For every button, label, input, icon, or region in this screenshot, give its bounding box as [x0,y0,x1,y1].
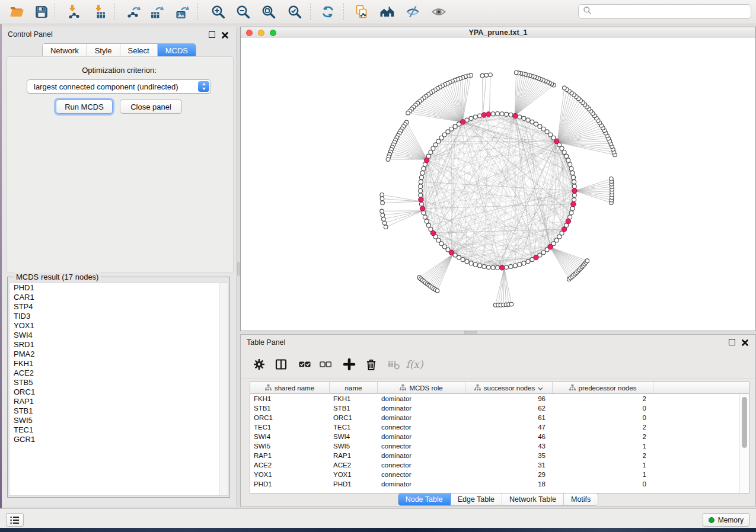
table-cell[interactable]: 2 [553,451,653,460]
table-cell[interactable]: dominator [378,413,465,422]
search-field[interactable] [578,4,751,19]
table-cell[interactable]: PHD1 [250,479,330,489]
column-header-predecessor-nodes[interactable]: predecessor nodes [553,382,653,394]
delete-column-icon[interactable] [363,357,379,372]
mcds-result-item[interactable]: TID3 [9,312,228,321]
table-scrollbar[interactable] [739,394,749,493]
table-cell[interactable]: FKH1 [250,394,330,403]
table-row[interactable]: ACE2ACE2connector311 [250,460,740,470]
network-canvas[interactable] [241,38,755,331]
mcds-result-item[interactable]: STB1 [9,406,228,416]
table-cell[interactable]: 2 [553,422,653,432]
table-row[interactable]: TEC1TEC1connector472 [250,422,740,432]
memory-button[interactable]: Memory [703,513,749,527]
mcds-result-item[interactable]: ORC1 [9,387,228,397]
import-network-icon[interactable] [65,2,84,21]
tab-motifs[interactable]: Motifs [564,493,598,505]
mcds-result-item[interactable]: CAR1 [9,293,228,302]
select-stepper-icon[interactable] [198,81,209,92]
table-cell[interactable]: 96 [465,394,553,403]
mcds-result-item[interactable]: FKH1 [9,359,228,368]
column-header-MCDS-role[interactable]: MCDS role [378,382,465,394]
save-session-icon[interactable] [32,2,51,21]
table-cell[interactable]: 35 [465,451,553,460]
tab-mcds[interactable]: MCDS [158,44,196,57]
add-column-icon[interactable] [342,357,357,372]
mcds-result-item[interactable]: GCR1 [9,435,228,444]
table-cell[interactable]: 0 [553,403,653,413]
table-cell[interactable]: dominator [378,403,465,413]
table-cell[interactable]: SWI4 [330,432,378,441]
close-panel-icon[interactable] [221,31,229,39]
table-cell[interactable]: 29 [465,470,553,479]
table-cell[interactable]: RAP1 [330,451,378,460]
table-cell[interactable]: dominator [378,394,465,403]
table-cell[interactable]: TEC1 [330,422,378,432]
table-cell[interactable]: 46 [465,432,553,441]
table-cell[interactable]: connector [378,470,465,479]
table-row[interactable]: YOX1YOX1connector291 [250,470,740,479]
export-image-icon[interactable] [173,2,192,21]
table-cell[interactable]: 1 [553,470,653,479]
network-window-titlebar[interactable]: YPA_prune.txt_1 [241,27,755,39]
mcds-result-item[interactable]: PHD1 [9,283,228,293]
tab-style[interactable]: Style [87,44,120,57]
mcds-result-item[interactable]: SRD1 [9,340,228,350]
table-cell[interactable]: 47 [465,422,553,432]
tab-edge-table[interactable]: Edge Table [451,493,502,505]
zoom-out-icon[interactable] [234,2,253,21]
column-header-name[interactable]: name [330,382,378,394]
float-panel-icon[interactable] [729,339,735,345]
table-settings-icon[interactable] [251,357,267,372]
run-mcds-button[interactable]: Run MCDS [56,100,113,114]
export-table-icon[interactable] [148,2,167,21]
refresh-view-icon[interactable] [318,2,337,21]
mcds-result-item[interactable]: ACE2 [9,368,228,378]
table-cell[interactable]: ACE2 [250,460,330,470]
zoom-fit-icon[interactable] [259,2,278,21]
close-panel-icon[interactable] [741,338,749,346]
table-cell[interactable]: ACE2 [330,460,378,470]
show-all-network-windows-icon[interactable] [378,2,397,21]
table-cell[interactable]: PHD1 [330,479,378,489]
task-history-button[interactable] [6,513,24,527]
table-cell[interactable]: ORC1 [330,413,378,422]
deselect-all-icon[interactable] [318,357,333,372]
table-cell[interactable]: TEC1 [250,422,330,432]
table-row[interactable]: ORC1ORC1dominator610 [250,413,740,422]
close-panel-button[interactable]: Close panel [120,100,182,114]
table-cell[interactable]: 62 [465,403,553,413]
table-cell[interactable]: YOX1 [330,470,378,479]
table-cell[interactable]: STB1 [330,403,378,413]
table-cell[interactable]: dominator [378,451,465,460]
table-cell[interactable]: 1 [553,460,653,470]
table-cell[interactable]: 18 [465,479,553,489]
table-row[interactable]: FKH1FKH1dominator962 [250,394,740,403]
table-row[interactable]: SWI5SWI5connector431 [250,441,740,451]
table-cell[interactable]: 61 [465,413,553,422]
table-cell[interactable]: connector [378,422,465,432]
table-cell[interactable]: 2 [553,432,653,441]
tab-node-table[interactable]: Node Table [398,493,451,505]
mcds-list-scrollbar[interactable] [219,283,228,495]
network-graph[interactable] [241,38,755,331]
mcds-result-item[interactable]: STB5 [9,378,228,387]
table-cell[interactable]: STB1 [250,403,330,413]
table-cell[interactable]: SWI5 [250,441,330,451]
table-cell[interactable]: 0 [553,479,653,489]
zoom-in-icon[interactable] [209,2,228,21]
mcds-result-item[interactable]: YOX1 [9,321,228,331]
column-header-successor-nodes[interactable]: successor nodes [465,382,553,394]
table-cell[interactable]: 31 [465,460,553,470]
show-graphics-details-icon[interactable] [429,2,448,21]
search-input[interactable] [592,7,751,17]
table-cell[interactable]: SWI4 [250,432,330,441]
table-cell[interactable]: RAP1 [250,451,330,460]
scrollbar-thumb[interactable] [742,397,747,448]
table-cell[interactable]: 2 [553,394,653,403]
mcds-result-item[interactable]: SWI5 [9,416,228,425]
mcds-result-item[interactable]: RAP1 [9,397,228,406]
export-network-icon[interactable] [125,2,143,21]
table-row[interactable]: PHD1PHD1dominator180 [250,479,740,489]
clone-network-icon[interactable] [352,2,371,21]
